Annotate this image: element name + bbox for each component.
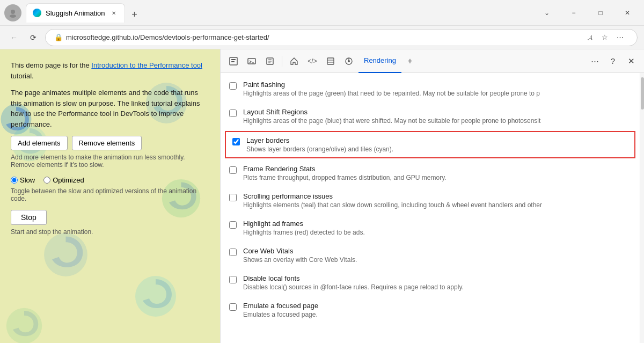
svg-rect-10 — [231, 59, 236, 60]
home-icon-btn[interactable] — [286, 53, 303, 70]
layout-shift-title: Layout Shift Regions — [243, 108, 631, 116]
render-item-layout-shift: Layout Shift Regions Highlights areas of… — [221, 103, 640, 130]
svg-rect-18 — [327, 58, 334, 64]
window-controls: ⌄ − □ ✕ — [535, 4, 640, 21]
profile-icon[interactable] — [4, 4, 21, 21]
layer-borders-checkbox[interactable] — [232, 138, 240, 145]
highlight-ads-text: Highlight ad frames Highlights frames (r… — [243, 220, 631, 236]
optimized-radio[interactable] — [43, 177, 50, 184]
favorites-icon[interactable]: ☆ — [598, 31, 611, 44]
highlight-ads-desc: Highlights frames (red) detected to be a… — [243, 229, 631, 236]
more-tabs-button[interactable]: ⌄ — [535, 4, 559, 21]
address-input[interactable]: 🔒 microsoftedge.github.io/Demos/devtools… — [45, 29, 638, 46]
webpage-area: This demo page is for the Introduction t… — [0, 49, 220, 343]
performance-icon-btn[interactable] — [340, 53, 357, 70]
network-icon-btn[interactable] — [322, 53, 339, 70]
devtools-close-button[interactable]: ✕ — [623, 53, 640, 70]
render-item-frame-rendering: Frame Rendering Stats Plots frame throug… — [221, 159, 640, 187]
tab-title: Sluggish Animation — [46, 9, 105, 17]
address-bar: ← ⟳ 🔒 microsoftedge.github.io/Demos/devt… — [0, 26, 644, 49]
body-paragraph: The page animates multiple elements and … — [11, 87, 209, 129]
tab-close-button[interactable]: ✕ — [109, 9, 118, 17]
active-tab[interactable]: Sluggish Animation ✕ — [26, 3, 125, 23]
paint-flashing-title: Paint flashing — [243, 81, 631, 89]
render-item-emulate-focused: Emulate a focused page Emulates a focuse… — [221, 296, 640, 324]
elements-hint: Add more elements to make the animation … — [11, 154, 209, 169]
disable-fonts-title: Disable local fonts — [243, 274, 631, 282]
svg-point-1 — [10, 14, 16, 18]
emulate-focused-desc: Emulates a focused page. — [243, 311, 631, 318]
render-item-highlight-ads: Highlight ad frames Highlights frames (r… — [221, 214, 640, 242]
performance-tool-link[interactable]: Introduction to the Performance tool — [91, 61, 202, 69]
webpage-content: This demo page is for the Introduction t… — [0, 49, 220, 246]
animation-hint: Start and stop the animation. — [11, 228, 209, 236]
layer-borders-desc: Shows layer borders (orange/olive) and t… — [246, 145, 628, 153]
add-elements-button[interactable]: Add elements — [11, 136, 68, 150]
close-button[interactable]: ✕ — [615, 4, 640, 21]
layer-borders-title: Layer borders — [246, 136, 628, 144]
elements-icon-btn[interactable] — [225, 53, 242, 70]
code-icon-btn[interactable]: </> — [304, 53, 321, 70]
core-web-vitals-desc: Shows an overlay with Core Web Vitals. — [243, 256, 631, 264]
layout-shift-desc: Highlights areas of the page (blue) that… — [243, 117, 631, 125]
read-aloud-icon[interactable]: 𝓐 — [583, 31, 596, 44]
scrolling-perf-text: Scrolling performance issues Highlights … — [243, 192, 631, 209]
devtools-more-button[interactable]: ⋯ — [586, 53, 603, 70]
slow-radio[interactable] — [11, 177, 18, 184]
scrolling-perf-checkbox[interactable] — [229, 194, 237, 201]
layer-borders-text: Layer borders Shows layer borders (orang… — [246, 136, 628, 153]
highlight-ads-title: Highlight ad frames — [243, 220, 631, 228]
rendering-tab[interactable]: Rendering — [358, 49, 401, 73]
edge-logo-bg-5 — [134, 275, 177, 318]
intro-paragraph: This demo page is for the Introduction t… — [11, 60, 209, 81]
slow-radio-label[interactable]: Slow — [11, 176, 35, 184]
frame-rendering-checkbox[interactable] — [229, 166, 237, 174]
speed-radio-group: Slow Optimized — [11, 176, 209, 184]
paint-flashing-text: Paint flashing Highlights areas of the p… — [243, 81, 631, 97]
new-tab-button[interactable]: + — [127, 8, 142, 23]
highlight-ads-checkbox[interactable] — [229, 221, 237, 229]
disable-fonts-text: Disable local fonts Disables local() sou… — [243, 274, 631, 291]
paint-flashing-checkbox[interactable] — [229, 82, 237, 90]
reload-button[interactable]: ⟳ — [26, 30, 41, 45]
devtools-help-button[interactable]: ? — [604, 53, 621, 70]
remove-elements-button[interactable]: Remove elements — [72, 136, 142, 150]
rendering-content: Paint flashing Highlights areas of the p… — [221, 73, 640, 343]
render-item-disable-fonts: Disable local fonts Disables local() sou… — [221, 269, 640, 296]
render-item-layer-borders: Layer borders Shows layer borders (orang… — [225, 131, 635, 158]
scrolling-perf-desc: Highlights elements (teal) that can slow… — [243, 201, 631, 209]
main-content: This demo page is for the Introduction t… — [0, 49, 644, 343]
svg-rect-11 — [231, 61, 235, 62]
url-text: microsoftedge.github.io/Demos/devtools-p… — [66, 33, 269, 41]
scrollbar-track[interactable] — [640, 73, 644, 343]
emulate-focused-text: Emulate a focused page Emulates a focuse… — [243, 302, 631, 318]
frame-rendering-desc: Plots frame throughput, dropped frames d… — [243, 174, 631, 181]
add-tab-button[interactable]: + — [402, 54, 418, 69]
stop-button[interactable]: Stop — [11, 210, 47, 225]
render-item-core-web-vitals: Core Web Vitals Shows an overlay with Co… — [221, 242, 640, 269]
title-bar: Sluggish Animation ✕ + ⌄ − □ ✕ — [0, 0, 644, 26]
paint-flashing-desc: Highlights areas of the page (green) tha… — [243, 90, 631, 97]
render-item-scrolling-perf: Scrolling performance issues Highlights … — [221, 187, 640, 214]
emulate-focused-checkbox[interactable] — [229, 303, 237, 311]
toolbar-separator-1 — [282, 56, 282, 67]
edge-favicon — [33, 9, 41, 17]
layout-shift-checkbox[interactable] — [229, 110, 237, 117]
layout-shift-text: Layout Shift Regions Highlights areas of… — [243, 108, 631, 125]
back-button[interactable]: ← — [6, 30, 21, 45]
rendering-panel-wrapper: Paint flashing Highlights areas of the p… — [221, 73, 644, 343]
console-icon-btn[interactable] — [243, 53, 260, 70]
disable-fonts-desc: Disables local() sources in @font-face r… — [243, 283, 631, 291]
devtools-toolbar: </> Rendering + ⋯ ? ✕ — [221, 49, 644, 73]
maximize-button[interactable]: □ — [588, 4, 613, 21]
render-item-paint-flashing: Paint flashing Highlights areas of the p… — [221, 75, 640, 103]
minimize-button[interactable]: − — [561, 4, 586, 21]
scrollbar-thumb[interactable] — [641, 77, 644, 110]
core-web-vitals-checkbox[interactable] — [229, 249, 237, 256]
sources-icon-btn[interactable] — [261, 53, 279, 70]
svg-point-0 — [11, 10, 15, 14]
disable-fonts-checkbox[interactable] — [229, 276, 237, 283]
more-tools-icon[interactable]: ⋯ — [613, 31, 626, 44]
frame-rendering-text: Frame Rendering Stats Plots frame throug… — [243, 165, 631, 181]
optimized-radio-label[interactable]: Optimized — [43, 176, 84, 184]
